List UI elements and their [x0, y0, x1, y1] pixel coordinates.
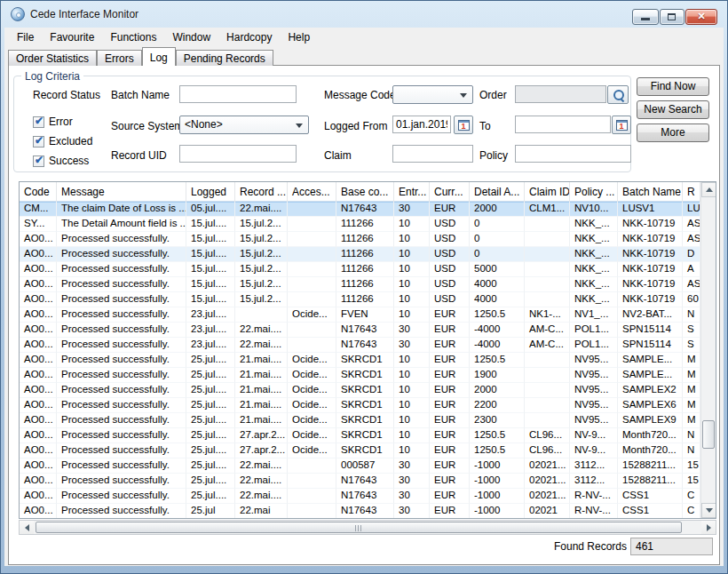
table-row[interactable]: AO0...Processed successfully.25.jul....2…	[20, 458, 700, 474]
column-header-curr[interactable]: Curr...	[430, 182, 470, 202]
column-header-r[interactable]: R	[683, 182, 700, 202]
client-area: Order Statistics Errors Log Pending Reco…	[4, 47, 724, 566]
cell: 15.jul....	[186, 262, 235, 277]
scroll-up-button[interactable]	[701, 182, 716, 197]
menu-favourite[interactable]: Favourite	[42, 28, 102, 46]
menu-window[interactable]: Window	[164, 28, 218, 46]
table-row[interactable]: AO0...Processed successfully.25.jul....2…	[20, 413, 700, 428]
column-header-message[interactable]: Message	[57, 182, 186, 202]
column-header-acces[interactable]: Acces...	[288, 182, 336, 202]
vertical-scrollbar[interactable]	[700, 182, 716, 518]
error-checkbox[interactable]: ✔ Error	[33, 116, 73, 128]
excluded-checkbox[interactable]: ✔ Excluded	[33, 135, 92, 147]
cell: 21.mai....	[235, 413, 288, 428]
cell: AO0...	[20, 474, 57, 489]
vertical-scroll-thumb[interactable]	[702, 420, 715, 449]
scroll-down-button[interactable]	[701, 503, 716, 518]
logged-from-input[interactable]	[392, 116, 451, 133]
tab-strip: Order Statistics Errors Log Pending Reco…	[8, 48, 273, 66]
more-button[interactable]: More	[637, 124, 709, 142]
cell: 25.jul....	[186, 353, 235, 368]
table-row[interactable]: AO0...Processed successfully.15.jul....1…	[20, 232, 700, 247]
cell: 15.jul.2...	[235, 292, 288, 307]
table-row[interactable]: CM...The claim Date of Loss is ...05.jul…	[20, 202, 700, 217]
tab-order-statistics[interactable]: Order Statistics	[8, 50, 97, 66]
cell: 05.jul....	[186, 202, 235, 217]
table-row[interactable]: AO0...Processed successfully.23.jul....O…	[20, 307, 700, 323]
menu-help[interactable]: Help	[280, 28, 318, 46]
new-search-button[interactable]: New Search	[637, 100, 709, 119]
close-button[interactable]: ✕	[685, 9, 717, 25]
message-code-dropdown[interactable]	[392, 85, 473, 104]
menu-functions[interactable]: Functions	[102, 28, 164, 46]
cell: AO0...	[20, 443, 57, 458]
table-header: CodeMessageLoggedRecord ...Acces...Base …	[20, 182, 700, 202]
title-bar[interactable]: Cede Interface Monitor ✕	[1, 1, 727, 28]
table-row[interactable]: AO0...Processed successfully.25.jul....2…	[20, 489, 700, 504]
column-header-policy[interactable]: Policy ...	[570, 182, 618, 202]
table-row[interactable]: AO0...Processed successfully.25.jul....2…	[20, 353, 700, 368]
maximize-button[interactable]	[660, 9, 684, 25]
menu-hardcopy[interactable]: Hardcopy	[218, 28, 280, 46]
scroll-right-button[interactable]	[701, 521, 716, 534]
tab-errors[interactable]: Errors	[97, 50, 142, 66]
cell: 2200	[470, 398, 525, 413]
table-row[interactable]: SY...The Detail Amount field is ...15.ju…	[20, 217, 700, 232]
minimize-button[interactable]	[632, 9, 659, 25]
cell	[525, 353, 570, 368]
table-row[interactable]: AO0...Processed successfully.25.jul....2…	[20, 383, 700, 398]
claim-input[interactable]	[392, 145, 473, 163]
success-checkbox[interactable]: ✔ Success	[33, 155, 89, 167]
policy-input[interactable]	[515, 145, 631, 163]
scroll-left-button[interactable]	[20, 521, 34, 534]
logged-from-calendar-button[interactable]: 1	[454, 116, 473, 134]
table-row[interactable]: AO0...Processed successfully.15.jul....1…	[20, 292, 700, 307]
table-row[interactable]: AO0...Processed successfully.25.jul....2…	[20, 443, 700, 458]
tab-log[interactable]: Log	[142, 47, 176, 66]
table-row[interactable]: AO0...Processed successfully.15.jul....1…	[20, 262, 700, 277]
table-row[interactable]: AO0...Processed successfully.25.jul....2…	[20, 428, 700, 443]
cell: SKRCD1	[336, 413, 394, 428]
cell: 4000	[470, 277, 525, 292]
table-row[interactable]: AO0...Processed successfully.15.jul....1…	[20, 277, 700, 292]
find-now-button[interactable]: Find Now	[637, 77, 709, 96]
table-row[interactable]: AO0...Processed successfully.25.jul....2…	[20, 474, 700, 489]
source-system-dropdown[interactable]: <None>	[179, 116, 309, 134]
cell: 15	[683, 458, 700, 474]
cell: 27.apr.2...	[235, 443, 288, 458]
success-checkbox-label: Success	[49, 155, 89, 167]
column-header-record[interactable]: Record ...	[235, 182, 288, 202]
cell: 15.jul....	[186, 232, 235, 247]
column-header-detail-a[interactable]: Detail A...	[470, 182, 525, 202]
table-row[interactable]: AO0...Processed successfully.25.jul....2…	[20, 368, 700, 383]
order-search-button[interactable]	[607, 85, 629, 104]
menu-file[interactable]: File	[9, 28, 42, 46]
record-uid-input[interactable]	[179, 145, 297, 163]
arrow-down-icon	[706, 508, 713, 513]
cell: N17643	[336, 474, 394, 489]
table-row[interactable]: AO0...Processed successfully.23.jul....2…	[20, 323, 700, 338]
cell: EUR	[430, 474, 470, 489]
table-row[interactable]: AO0...Processed successfully.25.jul....2…	[20, 398, 700, 413]
table-row[interactable]: AO0...Processed successfully.23.jul....2…	[20, 338, 700, 353]
cell: EUR	[430, 458, 470, 474]
table-row[interactable]: AO0...Processed successfully.25.jul22.ma…	[20, 504, 700, 518]
cell: Month720...	[618, 428, 683, 443]
batch-name-input[interactable]	[179, 85, 297, 103]
to-calendar-button[interactable]: 1	[612, 116, 631, 134]
column-header-code[interactable]: Code	[20, 182, 57, 202]
column-header-logged[interactable]: Logged	[186, 182, 235, 202]
horizontal-scrollbar[interactable]	[19, 520, 716, 535]
tab-pending-records[interactable]: Pending Records	[176, 50, 273, 66]
column-header-base-co[interactable]: Base co...	[336, 182, 394, 202]
horizontal-scroll-thumb[interactable]	[36, 522, 682, 533]
column-header-claim-id[interactable]: Claim ID	[525, 182, 570, 202]
cell: SKRCD1	[336, 443, 394, 458]
order-input[interactable]	[515, 85, 606, 103]
to-input[interactable]	[515, 116, 611, 133]
table-row[interactable]: AO0...Processed successfully.15.jul....1…	[20, 247, 700, 262]
column-header-batch-name[interactable]: Batch Name	[618, 182, 683, 202]
cell: S	[683, 338, 700, 353]
cell: 10	[394, 247, 430, 262]
column-header-entr[interactable]: Entr...	[394, 182, 430, 202]
